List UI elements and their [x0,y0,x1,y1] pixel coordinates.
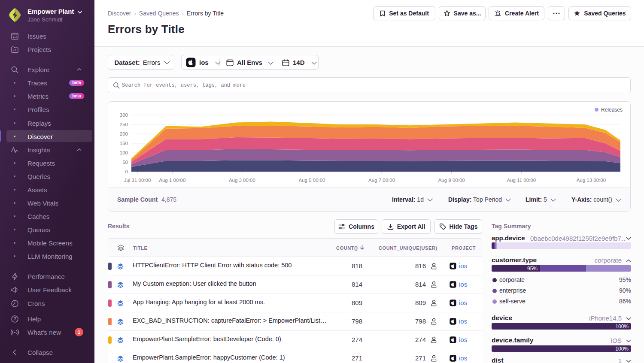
svg-text:250: 250 [120,122,128,127]
svg-text:Aug 11 00:00: Aug 11 00:00 [507,178,536,183]
svg-text:Aug 13 00:00: Aug 13 00:00 [577,178,606,183]
svg-text:Aug 5 00:00: Aug 5 00:00 [298,178,325,183]
svg-text:Aug 3 00:00: Aug 3 00:00 [229,178,255,183]
svg-text:Aug 7 00:00: Aug 7 00:00 [368,178,395,183]
svg-text:150: 150 [120,141,128,146]
svg-text:Jul 31 00:00: Jul 31 00:00 [124,178,151,183]
svg-text:300: 300 [120,112,128,118]
svg-text:200: 200 [120,131,128,136]
svg-text:0: 0 [125,169,128,174]
svg-text:Aug 1 00:00: Aug 1 00:00 [159,178,185,183]
svg-text:Aug 9 00:00: Aug 9 00:00 [438,178,465,183]
svg-text:100: 100 [120,150,128,155]
svg-text:50: 50 [122,160,128,165]
